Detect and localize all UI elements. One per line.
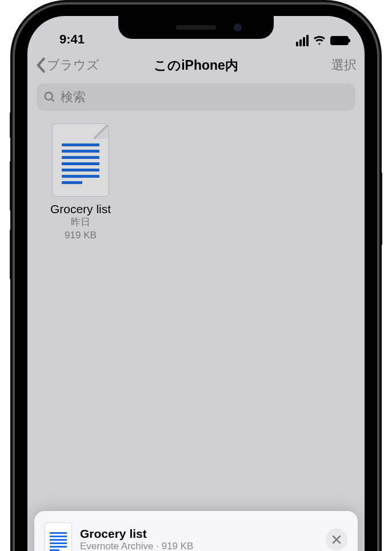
share-header: Grocery list Evernote Archive · 919 KB — [34, 511, 358, 551]
cellular-icon — [296, 35, 309, 46]
status-time: 9:41 — [43, 32, 101, 47]
battery-icon — [330, 36, 349, 45]
document-icon — [45, 522, 72, 551]
screen: 9:41 ブラウズ このiPhone内 選択 検索 — [27, 16, 365, 551]
dim-overlay[interactable] — [27, 16, 365, 551]
close-icon — [332, 535, 341, 544]
notch — [118, 16, 274, 39]
phone-frame: 9:41 ブラウズ このiPhone内 選択 検索 — [15, 5, 377, 551]
share-subtitle: Evernote Archive · 919 KB — [80, 541, 318, 551]
share-sheet: Grocery list Evernote Archive · 919 KB A — [34, 511, 358, 551]
share-title: Grocery list — [80, 527, 318, 541]
close-button[interactable] — [326, 529, 347, 550]
wifi-icon — [313, 34, 326, 47]
